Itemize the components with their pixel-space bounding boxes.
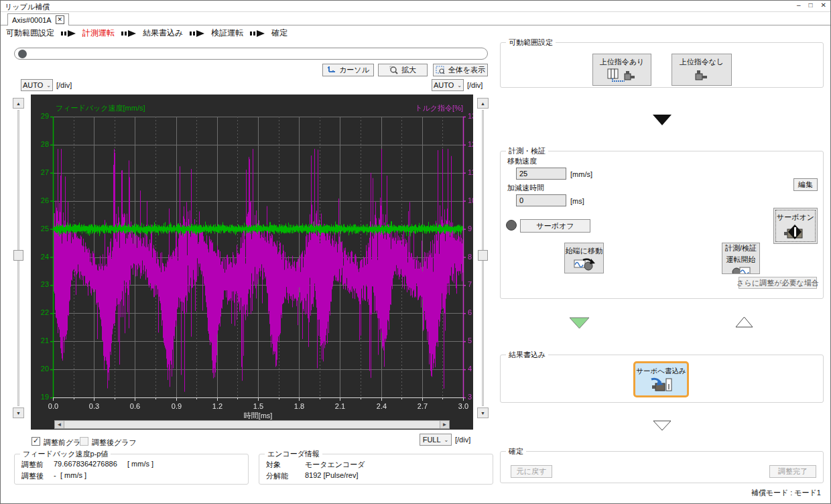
right-slider-thumb[interactable] (478, 250, 488, 261)
chevron-down-icon: ⌄ (46, 82, 51, 88)
plc-motor-icon (607, 68, 637, 83)
range-setting-group: 可動範囲設定 上位指令あり 上位指令なし (500, 42, 824, 88)
accel-label: 加減速時間 (507, 183, 544, 193)
cursor-icon (327, 66, 336, 74)
chart-hscrollbar[interactable]: ◄ ► (54, 420, 450, 429)
after-value-unit: [ mm/s ] (60, 471, 86, 479)
magnifier-icon (389, 66, 398, 74)
servo-on-button[interactable]: サーボオン (773, 208, 818, 244)
tab-axis0001a[interactable]: Axis#0001A ✕ (7, 13, 69, 25)
range-setting-group-title: 可動範囲設定 (506, 38, 556, 48)
workflow-step-range: 可動範囲設定 (6, 27, 54, 39)
adjust-complete-button[interactable]: 調整完了 (769, 465, 816, 478)
left-scale-unit: [/div] (56, 81, 72, 89)
undo-button[interactable]: 元に戻す (511, 465, 552, 478)
measurement-group: 計測・検証 移動速度 [mm/s] 編集 加減速時間 [ms] サーボオフ サー… (500, 151, 824, 299)
workflow-step-confirm: 確定 (271, 27, 287, 39)
servo-off-button[interactable]: サーボオフ (520, 219, 590, 233)
before-graph-checkbox[interactable]: ✓ (31, 437, 40, 446)
motor-icon (694, 68, 710, 83)
after-graph-label: 調整後グラフ (92, 438, 137, 448)
next-step-down-triangle (653, 420, 672, 431)
move-start-icon (574, 257, 595, 271)
active-path-down-triangle (569, 317, 590, 329)
feedback-pp-group: フィードバック速度p-p値 調整前 79.6678364276886 [ mm/… (14, 454, 249, 485)
encoder-target-label: 対象 (266, 460, 281, 470)
speed-label: 移動速度 (507, 156, 537, 166)
right-scale-combo[interactable]: AUTO⌄ (432, 79, 464, 91)
before-value-unit: [ mm/s ] (127, 460, 153, 468)
more-adjust-button[interactable]: さらに調整が必要な場合 (739, 277, 817, 289)
confirm-group: 確定 元に戻す 調整完了 (500, 451, 824, 483)
close-button[interactable]: ✕ (821, 1, 826, 9)
maximize-button[interactable]: □ (809, 1, 813, 9)
progress-bar (14, 48, 488, 60)
after-value: - (54, 471, 56, 479)
chart-hscrollbar-thumb[interactable] (64, 421, 440, 428)
scroll-right-icon[interactable]: ► (440, 421, 449, 428)
window-title: リップル補償 (5, 2, 50, 12)
run-start-icon (731, 266, 751, 273)
speed-unit: [mm/s] (570, 170, 592, 178)
tabstrip-divider (1, 25, 830, 25)
left-slider-thumb[interactable] (13, 250, 23, 261)
encoder-resolution-value: 8192 [Pulse/rev] (305, 471, 359, 479)
compensation-mode-status: 補償モード : モード1 (751, 488, 821, 498)
zoom-button[interactable]: 拡大 (378, 64, 428, 76)
write-result-group: 結果書込み サーボへ書込み (500, 355, 824, 403)
with-host-command-button[interactable]: 上位指令あり (592, 54, 651, 86)
right-slider-up-button[interactable]: ▲ (477, 98, 489, 109)
flow-arrow-icon (190, 30, 204, 37)
flow-down-triangle (653, 115, 672, 125)
triangle-down-icon: ▼ (16, 411, 21, 416)
servo-status-indicator (506, 220, 517, 231)
tab-label: Axis#0001A (12, 16, 52, 24)
waveform-chart: ◄ ► (31, 94, 473, 430)
workflow-step-verify: 検証運転 (211, 27, 243, 39)
right-slider-down-button[interactable]: ▼ (477, 407, 489, 418)
cursor-button[interactable]: カーソル (322, 64, 374, 76)
check-icon: ✓ (33, 436, 39, 445)
flow-arrow-icon (61, 30, 76, 37)
left-slider-up-button[interactable]: ▲ (13, 98, 24, 109)
write-to-servo-icon (650, 377, 673, 392)
accel-unit: [ms] (570, 197, 584, 205)
move-to-start-button[interactable]: 始端に移動 (564, 243, 604, 273)
scroll-left-icon[interactable]: ◄ (55, 421, 64, 428)
right-scale-unit: [/div] (467, 81, 483, 89)
before-value-label: 調整前 (21, 460, 44, 470)
tab-close-icon[interactable]: ✕ (56, 15, 64, 24)
encoder-info-group-title: エンコーダ情報 (265, 449, 322, 459)
measurement-group-title: 計測・検証 (506, 146, 548, 156)
workflow-step-write: 結果書込み (143, 27, 183, 39)
speed-input[interactable] (516, 168, 566, 180)
servo-on-icon (783, 224, 808, 240)
return-path-up-triangle (735, 316, 753, 328)
triangle-up-icon: ▲ (16, 101, 21, 106)
flow-arrow-icon (250, 30, 265, 37)
before-value: 79.6678364276886 (54, 460, 117, 468)
feedback-pp-group-title: フィードバック速度p-p値 (20, 449, 111, 459)
ripple-compensation-window: リップル補償 – □ ✕ Axis#0001A ✕ 可動範囲設定 計測運転 結果… (0, 0, 831, 504)
confirm-group-title: 確定 (506, 446, 526, 456)
encoder-target-value: モータエンコーダ (305, 460, 365, 470)
after-value-label: 調整後 (21, 471, 44, 481)
accel-input[interactable] (516, 194, 566, 206)
show-all-button[interactable]: 全体を表示 (433, 64, 488, 76)
write-to-servo-button[interactable]: サーボへ書込み (633, 361, 689, 397)
chevron-down-icon: ⌄ (444, 437, 449, 443)
encoder-info-group: エンコーダ情報 対象 モータエンコーダ 分解能 8192 [Pulse/rev] (259, 454, 493, 485)
write-result-group-title: 結果書込み (506, 350, 548, 360)
edit-button[interactable]: 編集 (793, 178, 818, 191)
bottom-scale-unit: [/div] (455, 436, 470, 444)
triangle-up-icon: ▲ (481, 101, 485, 106)
minimize-button[interactable]: – (797, 1, 801, 9)
after-graph-checkbox[interactable]: ✓ (80, 437, 88, 446)
left-slider-down-button[interactable]: ▼ (13, 407, 24, 418)
workflow-breadcrumb: 可動範囲設定 計測運転 結果書込み 検証運転 確定 (6, 28, 287, 38)
left-scale-combo[interactable]: AUTO⌄ (21, 79, 53, 91)
run-start-button[interactable]: 計測/検証 運転開始 (722, 243, 760, 274)
without-host-command-button[interactable]: 上位指令なし (672, 54, 732, 86)
bottom-scale-combo[interactable]: FULL⌄ (420, 434, 452, 446)
triangle-down-icon: ▼ (481, 411, 485, 416)
